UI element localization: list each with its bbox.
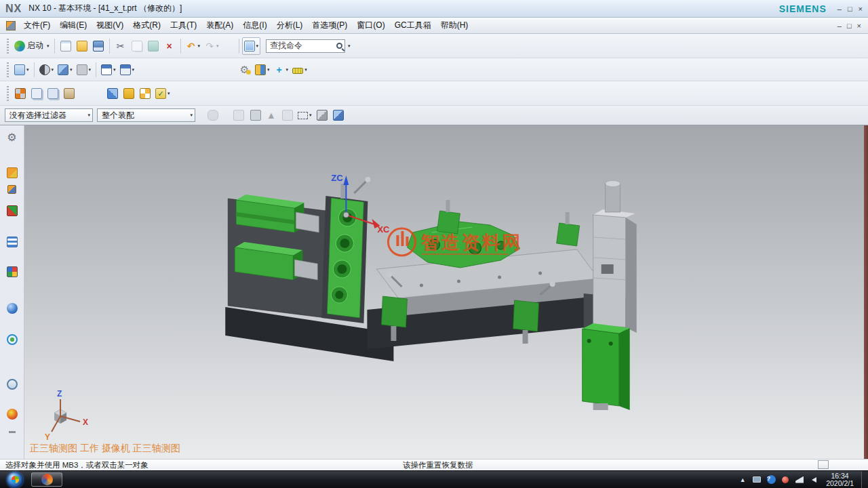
delete-button[interactable]: ×	[161, 37, 178, 55]
taskbar-clock[interactable]: 16:34 2020/2/1	[823, 472, 856, 487]
layer-visible-button[interactable]	[45, 85, 61, 102]
menu-item-info[interactable]: 信息(I)	[238, 18, 271, 33]
fit-view-button[interactable]: ▾	[12, 61, 31, 79]
screen-layout-button[interactable]: ▾	[242, 37, 261, 55]
move-up-button[interactable]: ▲	[263, 106, 279, 124]
new-file-button[interactable]	[58, 37, 74, 55]
new-file-icon	[60, 41, 71, 52]
minimize-button[interactable]: –	[837, 5, 842, 13]
layer-settings-button[interactable]	[28, 85, 45, 102]
toolbar-drag-handle[interactable]	[7, 86, 9, 101]
mdi-restore-button[interactable]: □	[847, 22, 852, 30]
chevron-down-icon: ▾	[167, 91, 170, 96]
copy-button[interactable]	[129, 37, 145, 55]
selection-scope-combo[interactable]: 整个装配 ▾	[97, 108, 195, 122]
delete-icon: ×	[164, 41, 175, 52]
move-component-button[interactable]	[104, 85, 121, 102]
menu-item-window[interactable]: 窗口(O)	[352, 18, 389, 33]
chevron-up-icon[interactable]: ▲	[738, 475, 747, 485]
shaded-display-button[interactable]: ▾	[56, 61, 75, 79]
redo-button[interactable]: ↷▾	[202, 37, 221, 55]
menu-bar: 文件(F) 编辑(E) 视图(V) 格式(R) 工具(T) 装配(A) 信息(I…	[0, 18, 868, 34]
scissors-icon: ✂	[115, 41, 126, 52]
nx-logo: NX	[5, 3, 22, 15]
toolbar-drag-handle[interactable]	[7, 39, 9, 54]
maximize-button[interactable]: □	[848, 5, 852, 13]
graphics-area[interactable]: ZC XC 智造资料网	[24, 125, 868, 459]
graphics-window[interactable]: ZC XC 智造资料网	[24, 125, 868, 459]
snap-enable-button[interactable]	[231, 106, 247, 124]
monitor-icon[interactable]	[753, 476, 761, 483]
web-browser-icon[interactable]	[3, 300, 21, 317]
undo-button[interactable]: ↶▾	[184, 37, 203, 55]
chevron-down-icon: ▾	[309, 113, 312, 118]
window-cascade-button[interactable]: ▾	[99, 61, 118, 79]
menu-item-tools[interactable]: 工具(T)	[165, 18, 201, 33]
snap-plus-button[interactable]: +	[247, 106, 263, 124]
paste-button[interactable]	[145, 37, 161, 55]
snap-point-button[interactable]: +▾	[272, 61, 291, 79]
datum-csys-button[interactable]	[12, 85, 28, 102]
show-desktop-button[interactable]	[861, 471, 868, 488]
reuse-library-icon[interactable]	[3, 264, 21, 280]
open-file-button[interactable]	[74, 37, 90, 55]
process-studio-icon[interactable]	[3, 406, 21, 422]
render-style-button[interactable]: ⚙	[237, 61, 253, 79]
start-menu-button[interactable]: 启动 ▾	[12, 37, 52, 55]
section-view-button[interactable]: ▾	[37, 61, 56, 79]
history-icon[interactable]	[3, 376, 21, 392]
mdi-minimize-button[interactable]: –	[837, 22, 842, 30]
network-icon[interactable]	[795, 476, 804, 483]
close-button[interactable]: ×	[859, 5, 863, 13]
clock-date: 2020/2/1	[826, 480, 854, 487]
show-hide-button[interactable]: ▾	[253, 61, 272, 79]
mdi-close-button[interactable]: ×	[857, 22, 861, 30]
watermark-text: 智造资料网	[420, 232, 522, 253]
journal-button[interactable]	[61, 85, 77, 102]
menu-item-edit[interactable]: 编辑(E)	[55, 18, 92, 33]
finder-dropdown-icon[interactable]: ▾	[348, 43, 351, 49]
gear-icon[interactable]: ⚙	[3, 129, 21, 146]
menu-item-view[interactable]: 视图(V)	[92, 18, 128, 33]
selection-filter-value: 没有选择过滤器	[9, 110, 66, 121]
rectangle-select-button[interactable]: ▾	[296, 106, 314, 124]
menu-item-analysis[interactable]: 分析(L)	[272, 18, 308, 33]
hd3d-tools-icon[interactable]	[3, 331, 21, 348]
assembly-constraints-button[interactable]	[121, 85, 137, 102]
window-tile-button[interactable]: ▾	[118, 61, 137, 79]
taskbar-nx-button[interactable]	[31, 472, 62, 487]
measure-distance-button[interactable]: ▾	[290, 61, 309, 79]
assembly-navigator-icon[interactable]	[3, 181, 21, 197]
chevron-down-icon: ▾	[198, 43, 201, 49]
command-finder-input[interactable]	[270, 41, 335, 51]
sidebar-minimize-icon[interactable]	[3, 424, 21, 440]
status-note-icon[interactable]	[818, 460, 829, 469]
save-button[interactable]	[90, 37, 106, 55]
volume-icon[interactable]	[812, 477, 816, 483]
menu-item-gc-toolbox[interactable]: GC工具箱	[390, 18, 436, 33]
start-button[interactable]	[7, 472, 23, 488]
toolbar-drag-handle[interactable]	[7, 62, 9, 77]
menu-item-help[interactable]: 帮助(H)	[436, 18, 473, 33]
selection-filter-combo[interactable]: 没有选择过滤器 ▾	[5, 108, 93, 122]
cursor-pick-button[interactable]	[279, 106, 296, 124]
highlight-related-button[interactable]	[205, 106, 221, 124]
menu-item-assembly[interactable]: 装配(A)	[201, 18, 238, 33]
menu-item-format[interactable]: 格式(R)	[128, 18, 165, 33]
pattern-component-button[interactable]	[137, 85, 153, 102]
solid-body-filter-button[interactable]	[314, 106, 330, 124]
document-icon	[6, 21, 16, 30]
annotation-check-button[interactable]: ✓▾	[153, 85, 172, 102]
help-icon[interactable]: ?	[767, 475, 776, 484]
cut-button[interactable]: ✂	[113, 37, 129, 55]
menu-item-file[interactable]: 文件(F)	[19, 18, 55, 33]
status-dot-icon[interactable]	[782, 476, 789, 483]
part-navigator-icon[interactable]	[3, 234, 21, 250]
roles-icon[interactable]	[3, 165, 21, 181]
cursor-icon	[282, 110, 293, 121]
screen-grid-icon	[244, 41, 255, 52]
facet-body-filter-button[interactable]	[330, 106, 347, 124]
menu-item-preferences[interactable]: 首选项(P)	[307, 18, 352, 33]
background-button[interactable]: ▾	[75, 61, 94, 79]
constraint-navigator-icon[interactable]	[3, 203, 21, 219]
